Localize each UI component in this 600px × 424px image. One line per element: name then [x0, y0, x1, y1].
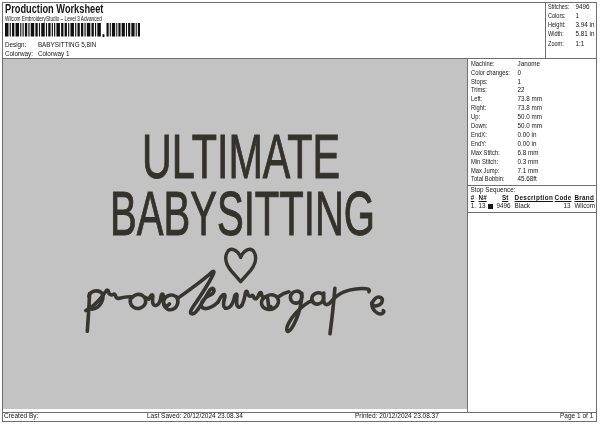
svg-text:BABYSITTING: BABYSITTING [110, 178, 375, 248]
